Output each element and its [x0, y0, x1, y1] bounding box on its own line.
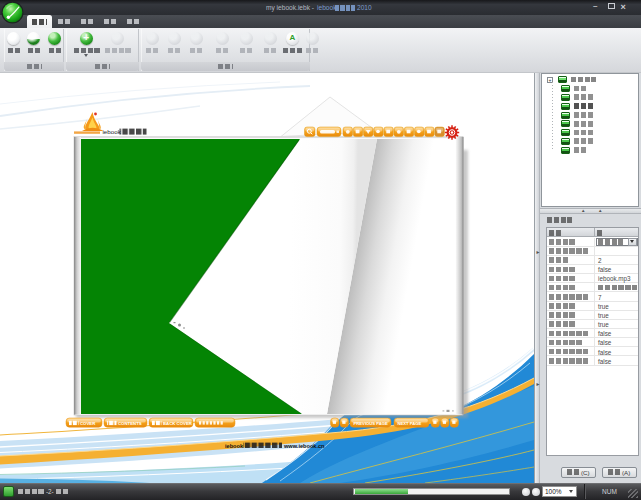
- svg-text:NEXT PAGE: NEXT PAGE: [398, 421, 422, 426]
- svg-text:iebook: iebook: [103, 128, 122, 135]
- svg-text:BACK COVER: BACK COVER: [163, 421, 193, 426]
- svg-text:COVER: COVER: [80, 421, 96, 426]
- svg-text:CONTENTS: CONTENTS: [118, 421, 142, 426]
- svg-text:PREVIOUS PAGE: PREVIOUS PAGE: [354, 421, 389, 426]
- svg-text:iebook: iebook: [225, 443, 244, 449]
- svg-text:www.iebook.cn: www.iebook.cn: [283, 443, 325, 449]
